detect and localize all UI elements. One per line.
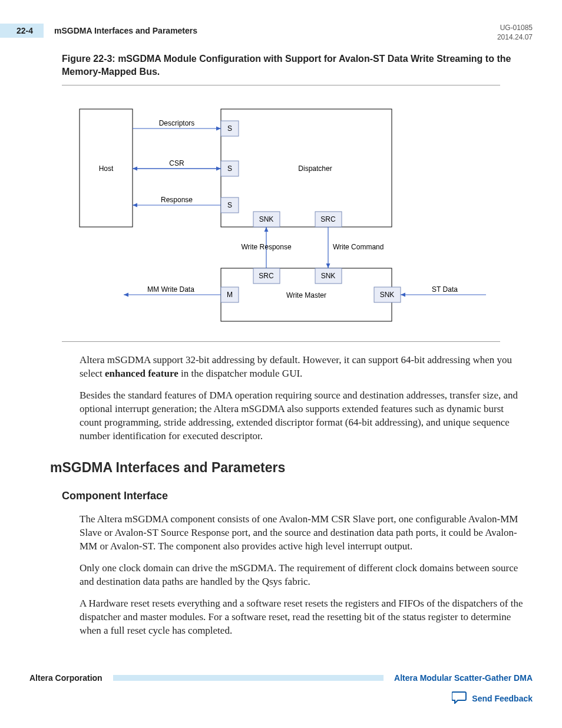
running-head-title: mSGDMA Interfaces and Parameters (54, 26, 197, 35)
svg-text:SNK: SNK (380, 291, 395, 299)
svg-text:S: S (227, 201, 232, 209)
body-paragraph-3: The Altera mSGDMA component consists of … (80, 513, 527, 554)
rule-bottom (62, 341, 500, 342)
body-paragraph-2: Besides the standard features of DMA ope… (80, 389, 527, 443)
svg-text:ST Data: ST Data (432, 285, 458, 294)
send-feedback-link[interactable]: Send Feedback (472, 694, 533, 703)
page-header: 22-4 mSGDMA Interfaces and Parameters UG… (29, 24, 533, 42)
figure-caption: Figure 22-3: mSGDMA Module Configuration… (62, 52, 533, 78)
svg-text:MM Write Data: MM Write Data (147, 285, 194, 294)
svg-text:SRC: SRC (320, 215, 336, 223)
diagram-write-master: Write Master (286, 291, 326, 299)
svg-text:M: M (227, 291, 233, 299)
svg-text:SNK: SNK (259, 215, 274, 223)
footer-corp: Altera Corporation (29, 673, 103, 683)
svg-text:S: S (227, 124, 232, 133)
svg-text:CSR: CSR (169, 159, 184, 167)
rule-top (62, 85, 500, 85)
doc-date: 2014.24.07 (497, 33, 533, 42)
svg-text:SRC: SRC (259, 272, 274, 280)
body-paragraph-4: Only one clock domain can drive the mSGD… (80, 562, 527, 589)
diagram-dispatcher: Dispatcher (298, 164, 332, 173)
svg-text:Descriptors: Descriptors (159, 119, 195, 127)
page-number-badge: 22-4 (0, 24, 44, 38)
diagram-host: Host (99, 164, 114, 173)
doc-meta: UG-01085 2014.24.07 (497, 24, 533, 42)
body-paragraph-5: A Hardware reset resets everything and a… (80, 597, 527, 638)
footer-bar (113, 675, 384, 681)
svg-text:SNK: SNK (321, 272, 336, 280)
doc-id: UG-01085 (497, 24, 533, 33)
page-footer: Altera Corporation Altera Modular Scatte… (29, 673, 533, 683)
figure-diagram: Host Dispatcher S S S SNK SRC Descriptor… (62, 97, 500, 335)
svg-text:S: S (227, 164, 232, 173)
svg-text:Write Response: Write Response (241, 243, 291, 251)
feedback-icon[interactable] (452, 691, 467, 706)
svg-text:Response: Response (161, 196, 193, 204)
subsection-heading: Component Interface (62, 490, 533, 502)
footer-doc-title[interactable]: Altera Modular Scatter-Gather DMA (394, 673, 533, 683)
section-heading: mSGDMA Interfaces and Parameters (50, 460, 533, 476)
svg-text:Write Command: Write Command (333, 243, 384, 251)
body-paragraph-1: Altera mSGDMA support 32-bit addressing … (80, 354, 527, 381)
